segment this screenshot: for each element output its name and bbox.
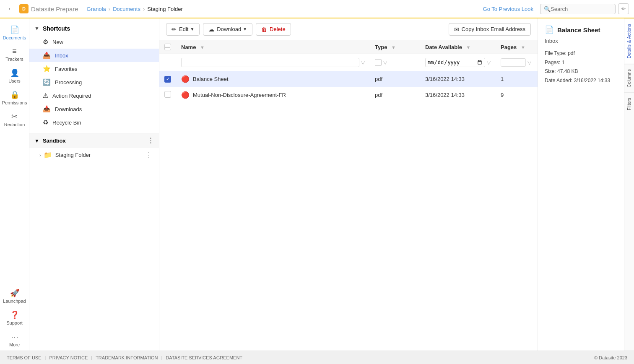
nav-item-support[interactable]: ❓ Support <box>0 307 29 329</box>
nav-item-launchpad[interactable]: 🚀 Launchpad <box>0 285 29 307</box>
nav-item-trackers[interactable]: ≡ Trackers <box>0 44 29 65</box>
filter-name-icon[interactable]: ▽ <box>361 60 365 65</box>
sandbox-section: ▼ Sandbox ⋮ › 📁 Staging Folder ⋮ <box>29 131 159 162</box>
select-all-header[interactable]: — <box>159 40 176 54</box>
select-all-checkbox[interactable]: — <box>164 44 171 50</box>
edit-button[interactable]: ✏ Edit ▼ <box>166 23 200 36</box>
filter-name-input[interactable] <box>181 58 359 67</box>
sidebar-item-processing[interactable]: 🔄 Processing <box>29 75 159 89</box>
edit-button-label: Edit <box>179 26 188 32</box>
sidebar-item-new[interactable]: ⚙ New <box>29 35 159 49</box>
nav-label-documents: Documents <box>3 35 26 40</box>
footer-privacy[interactable]: PRIVACY NOTICE <box>49 355 88 360</box>
delete-button[interactable]: 🗑 Delete <box>256 23 291 36</box>
panel-meta: File Type: pdf Pages: 1 Size: 47.48 KB D… <box>545 49 617 85</box>
filter-date-cell[interactable]: ▽ <box>420 54 496 71</box>
sidebar-item-downloads[interactable]: 📥 Downloads <box>29 102 159 116</box>
toolbar: ✏ Edit ▼ ☁ Download ▼ 🗑 Delete ✉ Copy In… <box>159 18 538 40</box>
filter-date-input[interactable] <box>425 58 485 67</box>
footer-terms[interactable]: TERMS OF USE <box>7 355 42 360</box>
panel-tab-columns[interactable]: Columns <box>624 64 634 92</box>
nav-item-redaction[interactable]: ✂ Redaction <box>0 109 29 130</box>
edit-button-caret: ▼ <box>190 27 194 31</box>
col-header-date[interactable]: Date Available ▼ <box>420 40 496 54</box>
nav-item-documents[interactable]: 📄 Documents <box>0 22 29 44</box>
sidebar-item-favorites[interactable]: ⭐ Favorites <box>29 62 159 75</box>
back-button[interactable]: ← <box>5 3 17 15</box>
file-table: — Name ▼ Type ▼ Date Available ▼ <box>159 40 538 103</box>
filter-type-box[interactable] <box>375 59 382 66</box>
documents-icon: 📄 <box>10 25 19 34</box>
shortcuts-header[interactable]: ▼ Shortcuts <box>29 22 159 35</box>
favorites-icon: ⭐ <box>43 65 51 73</box>
col-header-name[interactable]: Name ▼ <box>176 40 370 54</box>
filter-pages-cell[interactable]: ▽ <box>496 54 538 71</box>
copy-inbox-button[interactable]: ✉ Copy Inbox Email Address <box>449 23 531 36</box>
row-checkbox[interactable] <box>164 91 171 98</box>
nav-item-users[interactable]: 👤 Users <box>0 65 29 87</box>
staging-folder-more-button[interactable]: ⋮ <box>144 151 154 159</box>
permissions-icon: 🔒 <box>10 90 19 99</box>
row-date: 3/16/2022 14:33 <box>420 87 496 103</box>
edit-shortcut-icon[interactable]: ✏ <box>618 3 629 14</box>
nav-label-users: Users <box>8 78 21 83</box>
sandbox-more-button[interactable]: ⋮ <box>147 137 154 145</box>
nav-label-launchpad: Launchpad <box>3 299 26 304</box>
filter-row: ▽ ▽ ▽ <box>159 54 538 71</box>
nav-label-redaction: Redaction <box>4 122 25 127</box>
panel-size-row: Size: 47.48 KB <box>545 67 617 76</box>
new-icon: ⚙ <box>43 38 48 46</box>
type-filter-icon[interactable]: ▼ <box>391 45 396 50</box>
launchpad-icon: 🚀 <box>10 289 19 298</box>
sandbox-header[interactable]: ▼ Sandbox ⋮ <box>29 133 159 148</box>
name-filter-icon[interactable]: ▼ <box>200 45 205 50</box>
sidebar-item-inbox[interactable]: 📥 Inbox <box>29 49 159 62</box>
panel-filetype-row: File Type: pdf <box>545 49 617 58</box>
filter-pages-icon[interactable]: ▽ <box>527 60 531 65</box>
more-icon: ⋯ <box>11 332 18 341</box>
table-row[interactable]: 🔴 Mutual-Non-Disclosure-Agreement-FR pdf… <box>159 87 538 103</box>
panel-date-value: 3/16/2022 14:33 <box>574 78 610 83</box>
date-filter-icon[interactable]: ▼ <box>466 45 471 50</box>
row-name-cell[interactable]: 🔴 Mutual-Non-Disclosure-Agreement-FR <box>176 87 370 103</box>
panel-tab-filters[interactable]: Filters <box>624 92 634 115</box>
pages-filter-icon[interactable]: ▼ <box>521 45 525 50</box>
nav-item-permissions[interactable]: 🔒 Permissions <box>0 87 29 109</box>
panel-pages-label: Pages: <box>545 60 560 65</box>
row-name-cell[interactable]: 🔴 Balance Sheet <box>176 71 370 87</box>
row-checkbox-cell[interactable]: ✓ <box>159 71 176 87</box>
breadcrumb-granola[interactable]: Granola <box>87 6 106 12</box>
sidebar-item-recycle-label: Recycle Bin <box>52 120 154 126</box>
logo-icon: D <box>19 4 29 13</box>
row-checkbox[interactable]: ✓ <box>164 76 171 83</box>
delete-button-icon: 🗑 <box>261 26 267 33</box>
col-header-pages[interactable]: Pages ▼ <box>496 40 538 54</box>
footer-trademark[interactable]: TRADEMARK INFORMATION <box>96 355 158 360</box>
filter-type-cell[interactable]: ▽ <box>370 54 420 71</box>
download-button[interactable]: ☁ Download ▼ <box>203 23 252 36</box>
panel-pages-value: 1 <box>562 60 565 65</box>
support-icon: ❓ <box>10 310 19 320</box>
panel-date-row: Date Added: 3/16/2022 14:33 <box>545 76 617 86</box>
goto-previous-button[interactable]: Go To Previous Look <box>483 6 533 12</box>
search-input[interactable] <box>551 6 605 12</box>
search-box[interactable]: 🔍 <box>540 4 616 14</box>
footer-services[interactable]: DATASITE SERVICES AGREEMENT <box>166 355 242 360</box>
col-header-type[interactable]: Type ▼ <box>370 40 420 54</box>
row-checkbox-cell[interactable] <box>159 87 176 103</box>
row-pages: 9 <box>496 87 538 103</box>
filter-date-icon[interactable]: ▽ <box>487 60 491 65</box>
sidebar-folder-staging[interactable]: › 📁 Staging Folder ⋮ <box>29 148 159 162</box>
breadcrumb-documents[interactable]: Documents <box>113 6 140 12</box>
table-row[interactable]: ✓ 🔴 Balance Sheet pdf 3/16/2022 14:33 1 <box>159 71 538 87</box>
filter-pages-input[interactable] <box>501 58 526 67</box>
sidebar-item-action-required[interactable]: ⚠ Action Required <box>29 89 159 102</box>
filter-name-cell[interactable]: ▽ <box>176 54 370 71</box>
panel-tab-details[interactable]: Details & Actions <box>624 18 634 64</box>
panel-size-label: Size: <box>545 68 556 74</box>
edit-button-icon: ✏ <box>171 26 177 33</box>
sidebar-item-recycle-bin[interactable]: ♻ Recycle Bin <box>29 116 159 129</box>
nav-item-more[interactable]: ⋯ More <box>0 329 29 351</box>
delete-button-label: Delete <box>270 26 286 32</box>
filter-type-icon[interactable]: ▽ <box>383 60 387 65</box>
